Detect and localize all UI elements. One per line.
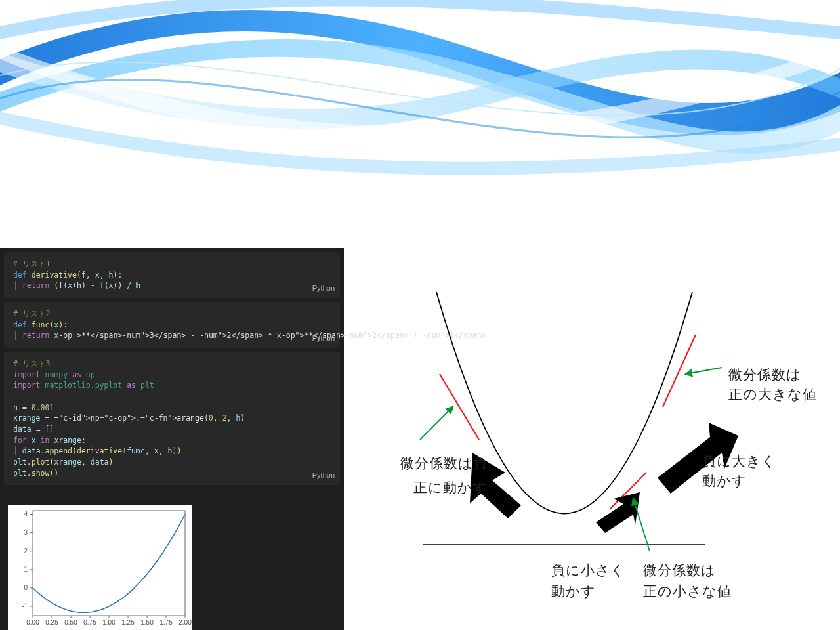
svg-text:2: 2 — [24, 547, 28, 555]
label-bottom-right-1: 微分係数は — [643, 562, 716, 578]
label-bottom-left-1: 負に小さく — [551, 562, 625, 578]
svg-text:1.00: 1.00 — [102, 619, 116, 626]
gradient-diagram: 微分係数は 正の大きな値 負に大きく 動かす 微分係数は負 正に動かす 負に小さ… — [374, 282, 820, 617]
label-top-right-1: 微分係数は — [728, 367, 801, 382]
svg-text:0.00: 0.00 — [26, 619, 39, 626]
wave-banner — [0, 0, 840, 243]
svg-line-40 — [633, 499, 650, 551]
language-tag: Python — [312, 284, 335, 294]
svg-text:2.00: 2.00 — [178, 619, 192, 626]
label-top-right-2: 正の大きな値 — [728, 387, 817, 402]
label-arrow-right-1: 負に大きく — [702, 453, 776, 469]
svg-text:1.50: 1.50 — [140, 619, 154, 626]
code-cell-2: # リスト2 def func(x): │ return x-op">**</s… — [4, 302, 340, 348]
code-cell-3: # リスト3 import numpy as np import matplot… — [4, 352, 340, 485]
svg-line-34 — [663, 335, 696, 407]
language-tag: Python — [312, 333, 335, 344]
label-arrow-right-2: 動かす — [702, 473, 747, 488]
code-column: # リスト1 def derivative(f, x, h): │ return… — [0, 248, 344, 630]
label-bottom-right-2: 正の小さな値 — [643, 583, 732, 598]
svg-line-32 — [440, 374, 479, 440]
svg-text:0.75: 0.75 — [83, 619, 96, 626]
svg-rect-0 — [33, 511, 185, 616]
svg-text:1: 1 — [24, 566, 28, 573]
language-tag: Python — [312, 471, 335, 481]
arrow-right-down-small-icon — [596, 492, 640, 533]
label-left-1: 微分係数は負 — [400, 455, 488, 471]
svg-line-38 — [420, 407, 453, 440]
code-cell-1: # リスト1 def derivative(f, x, h): │ return… — [4, 252, 340, 298]
svg-text:0: 0 — [24, 584, 28, 591]
svg-marker-37 — [596, 492, 640, 533]
svg-text:0.25: 0.25 — [45, 619, 58, 626]
svg-text:3: 3 — [24, 529, 28, 536]
svg-line-39 — [686, 368, 722, 374]
svg-text:4: 4 — [24, 511, 28, 518]
svg-text:0.50: 0.50 — [64, 619, 77, 626]
label-left-2: 正に動かす — [413, 480, 488, 495]
svg-text:1.75: 1.75 — [159, 619, 173, 626]
derivative-plot: -101234 0.000.250.500.751.001.251.501.75… — [8, 505, 192, 630]
svg-text:-1: -1 — [22, 602, 28, 610]
label-bottom-left-2: 動かす — [551, 583, 596, 598]
svg-text:1.25: 1.25 — [121, 619, 135, 626]
